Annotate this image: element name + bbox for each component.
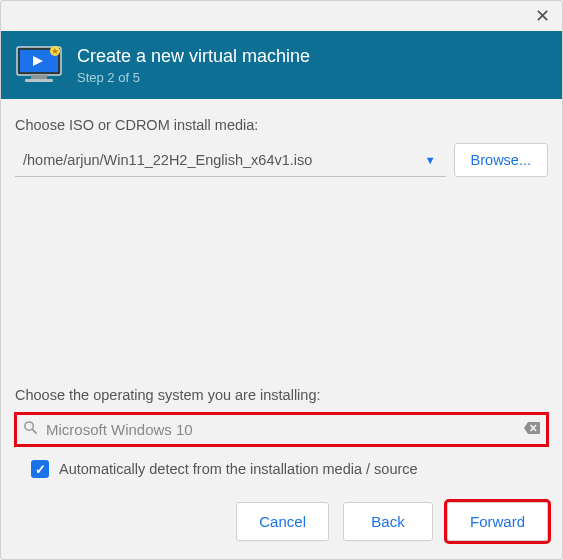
os-label: Choose the operating system you are inst… — [15, 387, 548, 403]
chevron-down-icon: ▼ — [421, 154, 440, 166]
back-button[interactable]: Back — [343, 502, 433, 541]
wizard-header: Create a new virtual machine Step 2 of 5 — [1, 31, 562, 99]
iso-combobox[interactable]: /home/arjun/Win11_22H2_English_x64v1.iso… — [15, 143, 446, 177]
button-row: Cancel Back Forward — [1, 478, 562, 559]
os-search-input[interactable] — [46, 421, 514, 438]
step-indicator: Step 2 of 5 — [77, 70, 310, 85]
iso-row: /home/arjun/Win11_22H2_English_x64v1.iso… — [15, 143, 548, 177]
content-spacer — [15, 177, 548, 377]
iso-label: Choose ISO or CDROM install media: — [15, 117, 548, 133]
cancel-button[interactable]: Cancel — [236, 502, 329, 541]
autodetect-checkbox[interactable]: ✓ — [31, 460, 49, 478]
close-button[interactable]: ✕ — [530, 4, 554, 28]
svg-rect-4 — [25, 79, 53, 82]
browse-button[interactable]: Browse... — [454, 143, 548, 177]
forward-button[interactable]: Forward — [447, 502, 548, 541]
wizard-content: Choose ISO or CDROM install media: /home… — [1, 99, 562, 478]
wizard-title: Create a new virtual machine — [77, 46, 310, 67]
vm-wizard-dialog: ✕ Create a new virtual machine Step 2 of… — [0, 0, 563, 560]
autodetect-label: Automatically detect from the installati… — [59, 461, 418, 477]
close-icon: ✕ — [535, 6, 550, 26]
check-icon: ✓ — [35, 462, 46, 477]
iso-path: /home/arjun/Win11_22H2_English_x64v1.iso — [23, 152, 312, 168]
search-icon — [23, 420, 38, 438]
os-search-field[interactable] — [15, 413, 548, 446]
svg-rect-3 — [31, 75, 47, 79]
forward-highlight: Forward — [447, 502, 548, 541]
vm-monitor-icon — [15, 45, 63, 85]
autodetect-row[interactable]: ✓ Automatically detect from the installa… — [31, 460, 548, 478]
titlebar: ✕ — [1, 1, 562, 31]
svg-line-8 — [32, 429, 36, 433]
clear-input-icon[interactable] — [522, 421, 542, 438]
header-text: Create a new virtual machine Step 2 of 5 — [77, 46, 310, 85]
os-section: Choose the operating system you are inst… — [15, 387, 548, 478]
